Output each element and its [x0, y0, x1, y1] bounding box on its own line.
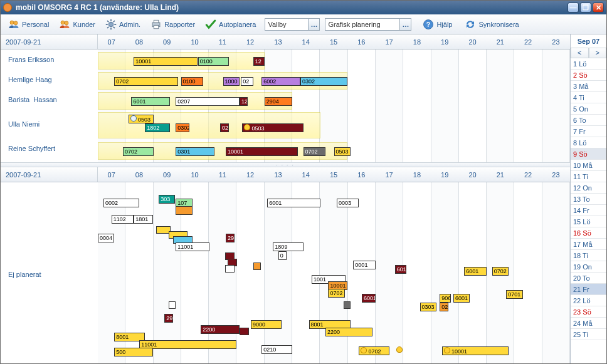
task[interactable]: 0701 [506, 290, 522, 299]
calendar-day[interactable]: 6 To [571, 115, 606, 126]
task[interactable]: 10001 [134, 57, 198, 66]
task[interactable]: 500 [114, 348, 153, 356]
calendar-day[interactable]: 21 Fr [571, 284, 606, 295]
task[interactable] [225, 265, 235, 273]
task[interactable] [395, 346, 404, 355]
task[interactable]: 02 [241, 77, 253, 86]
task[interactable]: 6001 [453, 294, 470, 303]
task[interactable]: 0302 [176, 123, 189, 132]
task[interactable]: 1000 [223, 77, 240, 86]
minimize-button[interactable]: — [567, 3, 579, 13]
calendar-day[interactable]: 3 Må [571, 81, 606, 92]
calendar-day[interactable]: 1 Lö [571, 58, 606, 70]
calendar-day[interactable]: 7 Fr [571, 126, 606, 137]
task[interactable]: 0100 [181, 77, 203, 86]
task[interactable]: 12 [240, 97, 248, 106]
calendar-day[interactable]: 13 To [571, 194, 606, 205]
task[interactable]: 29 [164, 314, 173, 323]
calendar-day[interactable]: 17 Må [571, 239, 606, 250]
area-select[interactable]: Vallby [265, 18, 309, 31]
area-select-button[interactable]: … [309, 18, 320, 31]
autoplanera-button[interactable]: Autoplanera [201, 18, 260, 31]
lane-reine[interactable]: 0702 0301 10001 0702 0503 [98, 142, 570, 160]
task[interactable]: 0702 [359, 346, 389, 355]
task[interactable]: 0303 [420, 303, 436, 311]
calendar-day[interactable]: 18 Ti [571, 250, 606, 261]
lane-hemlige[interactable]: 0702 0100 1000 02 6002 0302 [98, 72, 570, 90]
task[interactable]: 0301 [176, 147, 214, 156]
task[interactable]: 0207 [176, 97, 240, 106]
task[interactable]: 6001 [131, 97, 170, 106]
rapporter-button[interactable]: Rapporter [147, 18, 199, 31]
task[interactable]: 6001 [267, 199, 320, 207]
task[interactable]: 02 [220, 123, 229, 132]
task[interactable]: 10001 [226, 147, 298, 156]
task[interactable]: 0002 [103, 199, 139, 207]
unplanned-grid[interactable]: 0002 303 107 1102 1801 0004 11001 29 600… [98, 182, 570, 364]
task[interactable] [344, 301, 351, 309]
view-select-button[interactable]: … [400, 18, 411, 31]
task[interactable]: 0100 [198, 57, 229, 66]
calendar-day[interactable]: 15 Lö [571, 216, 606, 227]
task[interactable]: 10001 [442, 346, 509, 355]
calendar-day[interactable]: 5 On [571, 103, 606, 115]
calendar-day[interactable]: 9 Sö [571, 148, 606, 160]
task[interactable] [253, 263, 260, 270]
calendar-day[interactable]: 23 Sö [571, 306, 606, 318]
calendar-day[interactable]: 19 On [571, 261, 606, 273]
admin-button[interactable]: Admin. [102, 18, 144, 31]
calendar-day[interactable]: 10 Må [571, 160, 606, 171]
task[interactable]: 0004 [98, 234, 114, 242]
calendar-day[interactable]: 12 On [571, 182, 606, 194]
maximize-button[interactable]: ❐ [580, 3, 591, 13]
calendar-day[interactable]: 4 Ti [571, 92, 606, 103]
task[interactable]: 0702 [492, 267, 509, 276]
task[interactable]: 29 [226, 234, 235, 242]
task[interactable]: 0503 [242, 123, 303, 132]
task[interactable] [169, 301, 176, 309]
task[interactable]: 1809 [273, 242, 304, 251]
calendar-prev[interactable]: < [571, 48, 589, 58]
task[interactable]: 11001 [139, 340, 236, 349]
pane-divider[interactable] [1, 162, 570, 167]
task[interactable]: 12 [253, 57, 265, 66]
task[interactable]: 1801 [134, 215, 153, 224]
task[interactable]: 0702 [328, 289, 344, 298]
task[interactable]: 02 [440, 303, 448, 311]
task[interactable]: 0003 [337, 199, 359, 207]
row-label[interactable]: Frans Eriksson [1, 49, 98, 70]
calendar-day[interactable]: 22 Lö [571, 295, 606, 306]
row-label[interactable]: Reine Schyffert [1, 138, 98, 159]
task[interactable]: 2200 [201, 325, 240, 334]
schedule-grid[interactable]: 10001 0100 12 0702 0100 1000 02 6002 030… [98, 49, 570, 162]
task[interactable]: 6001 [464, 267, 486, 276]
task[interactable]: 11001 [176, 242, 209, 251]
calendar-day[interactable]: 25 Ti [571, 329, 606, 340]
calendar-day[interactable]: 20 To [571, 273, 606, 284]
calendar-month[interactable]: Sep 07 [571, 34, 606, 48]
task[interactable]: 303 [159, 195, 175, 204]
help-button[interactable]: ? Hjälp [419, 18, 456, 31]
calendar-day[interactable]: 14 Fr [571, 205, 606, 216]
task[interactable]: 0 [278, 251, 287, 260]
row-label[interactable]: Barista Hassan [1, 90, 98, 110]
row-label[interactable]: Hemlige Haag [1, 70, 98, 90]
task[interactable]: 0702 [114, 77, 178, 86]
task[interactable]: 9000 [251, 320, 282, 329]
task[interactable]: 0702 [304, 147, 325, 156]
task[interactable] [240, 328, 249, 335]
task[interactable] [176, 206, 192, 215]
task[interactable]: 2200 [325, 328, 372, 336]
task[interactable]: 0210 [261, 345, 292, 354]
lane-barista[interactable]: 6001 0207 12 2904 [98, 92, 570, 110]
task[interactable]: 906 [440, 294, 451, 303]
lane-frans[interactable]: 10001 0100 12 [98, 52, 570, 70]
calendar-day[interactable]: 11 Ti [571, 171, 606, 182]
task[interactable]: 0503 [129, 115, 154, 123]
view-select[interactable]: Grafisk planering [325, 18, 400, 31]
task[interactable]: 0001 [353, 261, 375, 269]
calendar-next[interactable]: > [589, 48, 607, 58]
task[interactable]: 1802 [145, 123, 170, 132]
sync-button[interactable]: Synkronisera [461, 18, 522, 31]
calendar-day[interactable]: 24 Må [571, 318, 606, 329]
